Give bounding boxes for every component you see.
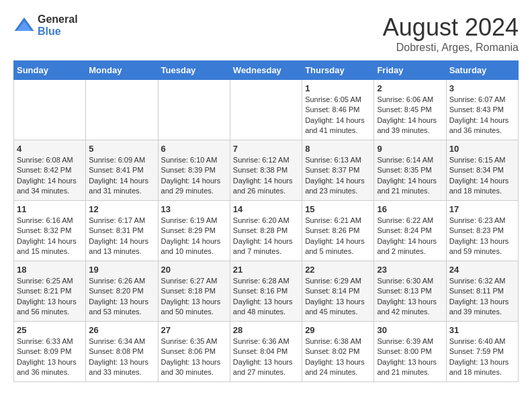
calendar-cell: 26Sunrise: 6:34 AMSunset: 8:08 PMDayligh… xyxy=(86,322,158,382)
day-info: Sunrise: 6:30 AM xyxy=(377,276,443,286)
day-info: and 18 minutes. xyxy=(449,367,515,377)
day-info: Sunset: 8:31 PM xyxy=(89,226,154,236)
day-info: Daylight: 13 hours xyxy=(17,297,83,307)
day-info: and 21 minutes. xyxy=(377,186,443,196)
day-info: and 33 minutes. xyxy=(89,367,154,377)
calendar-cell: 8Sunrise: 6:13 AMSunset: 8:37 PMDaylight… xyxy=(302,140,374,201)
calendar-cell: 3Sunrise: 6:07 AMSunset: 8:43 PMDaylight… xyxy=(446,80,518,140)
day-info: Sunrise: 6:28 AM xyxy=(233,276,299,286)
day-info: Daylight: 14 hours xyxy=(449,176,515,186)
day-info: Sunset: 8:41 PM xyxy=(89,165,154,175)
day-number: 6 xyxy=(161,144,227,154)
calendar-cell: 13Sunrise: 6:19 AMSunset: 8:29 PMDayligh… xyxy=(158,201,230,261)
calendar-cell: 30Sunrise: 6:39 AMSunset: 8:00 PMDayligh… xyxy=(374,322,446,382)
day-number: 22 xyxy=(305,265,371,275)
day-info: Sunset: 7:59 PM xyxy=(449,347,515,357)
day-info: Sunset: 8:06 PM xyxy=(161,347,227,357)
day-info: Sunrise: 6:38 AM xyxy=(305,336,371,347)
day-info: Sunrise: 6:10 AM xyxy=(161,155,227,165)
day-number: 16 xyxy=(377,204,443,214)
day-info: and 48 minutes. xyxy=(233,307,299,317)
day-info: Sunrise: 6:39 AM xyxy=(377,336,443,347)
day-info: Daylight: 14 hours xyxy=(161,236,227,246)
day-info: Daylight: 14 hours xyxy=(233,236,299,246)
day-info: and 30 minutes. xyxy=(161,367,227,377)
day-info: Daylight: 13 hours xyxy=(161,297,227,307)
day-info: Sunrise: 6:29 AM xyxy=(305,276,371,286)
day-info: Daylight: 13 hours xyxy=(449,236,515,246)
day-info: Sunset: 8:11 PM xyxy=(449,286,515,296)
day-info: and 34 minutes. xyxy=(17,186,83,196)
calendar-cell: 10Sunrise: 6:15 AMSunset: 8:34 PMDayligh… xyxy=(446,140,518,201)
day-info: Sunset: 8:02 PM xyxy=(305,347,371,357)
day-info: Sunset: 8:26 PM xyxy=(305,226,371,236)
day-number: 31 xyxy=(449,325,515,335)
calendar-cell: 31Sunrise: 6:40 AMSunset: 7:59 PMDayligh… xyxy=(446,322,518,382)
day-info: and 36 minutes. xyxy=(17,367,83,377)
week-row-3: 18Sunrise: 6:25 AMSunset: 8:21 PMDayligh… xyxy=(14,261,519,322)
day-info: Sunrise: 6:25 AM xyxy=(17,276,83,286)
day-info: Sunrise: 6:13 AM xyxy=(305,155,371,165)
day-info: and 24 minutes. xyxy=(305,367,371,377)
day-info: Daylight: 14 hours xyxy=(233,176,299,186)
day-info: Sunrise: 6:32 AM xyxy=(449,276,515,286)
day-info: and 31 minutes. xyxy=(89,186,154,196)
day-number: 5 xyxy=(89,144,154,154)
day-info: and 39 minutes. xyxy=(377,126,443,136)
day-info: Daylight: 14 hours xyxy=(17,176,83,186)
day-info: Daylight: 13 hours xyxy=(377,357,443,367)
calendar-cell: 1Sunrise: 6:05 AMSunset: 8:46 PMDaylight… xyxy=(302,80,374,140)
header-friday: Friday xyxy=(374,61,446,80)
week-row-1: 4Sunrise: 6:08 AMSunset: 8:42 PMDaylight… xyxy=(14,140,519,201)
header-wednesday: Wednesday xyxy=(230,61,302,80)
day-number: 10 xyxy=(449,144,515,154)
day-info: Daylight: 13 hours xyxy=(305,297,371,307)
day-info: Sunrise: 6:17 AM xyxy=(89,216,154,226)
day-info: and 18 minutes. xyxy=(449,186,515,196)
day-info: Sunset: 8:29 PM xyxy=(161,226,227,236)
day-info: Sunrise: 6:26 AM xyxy=(89,276,154,286)
calendar-cell: 9Sunrise: 6:14 AMSunset: 8:35 PMDaylight… xyxy=(374,140,446,201)
day-number: 20 xyxy=(161,265,227,275)
day-number: 27 xyxy=(161,325,227,335)
day-number: 19 xyxy=(89,265,154,275)
day-info: Daylight: 13 hours xyxy=(449,357,515,367)
day-info: Sunset: 8:09 PM xyxy=(17,347,83,357)
week-row-4: 25Sunrise: 6:33 AMSunset: 8:09 PMDayligh… xyxy=(14,322,519,382)
day-info: and 26 minutes. xyxy=(233,186,299,196)
header-tuesday: Tuesday xyxy=(158,61,230,80)
day-info: Sunrise: 6:14 AM xyxy=(377,155,443,165)
day-info: Sunrise: 6:09 AM xyxy=(89,155,154,165)
day-info: Sunrise: 6:27 AM xyxy=(161,276,227,286)
day-info: Sunset: 8:28 PM xyxy=(233,226,299,236)
day-info: Sunset: 8:08 PM xyxy=(89,347,154,357)
calendar-cell: 20Sunrise: 6:27 AMSunset: 8:18 PMDayligh… xyxy=(158,261,230,322)
day-info: Sunset: 8:46 PM xyxy=(305,105,371,115)
day-info: Sunset: 8:21 PM xyxy=(17,286,83,296)
day-info: and 42 minutes. xyxy=(377,307,443,317)
day-info: Daylight: 13 hours xyxy=(17,357,83,367)
day-info: Sunset: 8:16 PM xyxy=(233,286,299,296)
day-info: and 2 minutes. xyxy=(377,246,443,257)
day-info: and 50 minutes. xyxy=(161,307,227,317)
day-number: 13 xyxy=(161,204,227,214)
day-info: and 53 minutes. xyxy=(89,307,154,317)
day-info: Daylight: 14 hours xyxy=(89,176,154,186)
calendar-cell xyxy=(230,80,302,140)
day-info: Sunset: 8:39 PM xyxy=(161,165,227,175)
day-info: Sunset: 8:42 PM xyxy=(17,165,83,175)
day-info: Sunrise: 6:07 AM xyxy=(449,95,515,105)
logo: General Blue xyxy=(13,13,78,37)
day-info: Daylight: 14 hours xyxy=(449,116,515,126)
day-info: Sunset: 8:13 PM xyxy=(377,286,443,296)
day-info: and 7 minutes. xyxy=(233,246,299,257)
day-number: 11 xyxy=(17,204,83,214)
day-info: and 29 minutes. xyxy=(161,186,227,196)
day-info: Daylight: 13 hours xyxy=(449,297,515,307)
day-info: Sunset: 8:35 PM xyxy=(377,165,443,175)
day-info: Sunset: 8:23 PM xyxy=(449,226,515,236)
day-info: and 27 minutes. xyxy=(233,367,299,377)
day-number: 12 xyxy=(89,204,154,214)
day-number: 3 xyxy=(449,83,515,93)
calendar-cell: 25Sunrise: 6:33 AMSunset: 8:09 PMDayligh… xyxy=(14,322,86,382)
